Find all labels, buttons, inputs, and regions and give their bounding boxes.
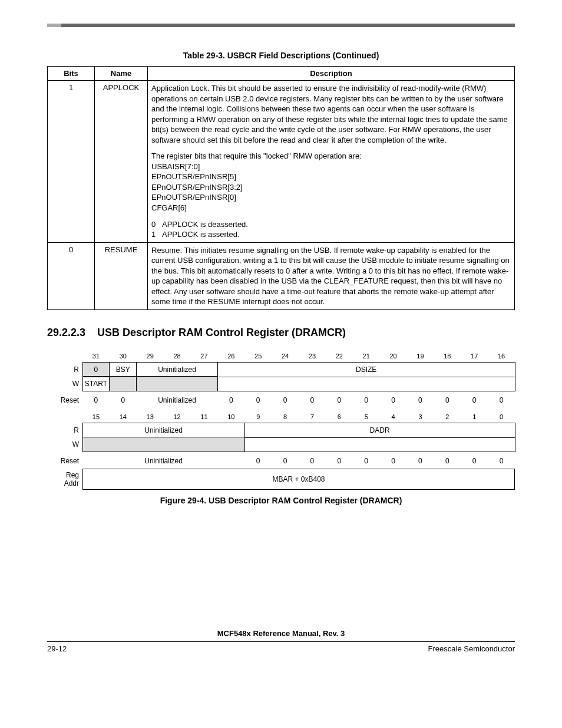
desc-line: CFGAR[6] [151, 203, 511, 213]
cell-name: RESUME [95, 242, 148, 309]
field-cell [136, 376, 218, 391]
page-number: 29-12 [47, 644, 67, 653]
desc-line: EPnOUTSR/EPnINSR[3:2] [151, 182, 511, 193]
bitnum: 13 [137, 410, 164, 423]
desc-para: Resume. This initiates resume signalling… [151, 245, 511, 307]
bitnum: 31 [82, 350, 110, 363]
w-row-lo: W [47, 437, 515, 452]
bitnum: 14 [110, 410, 137, 423]
cell-name: APPLOCK [95, 81, 148, 243]
r-row-hi: R 0 BSY Uninitialized DSIZE [47, 363, 515, 377]
col-desc: Description [148, 67, 515, 81]
desc-para: The register bits that require this "loc… [151, 151, 511, 162]
bitnum: 0 [488, 410, 515, 423]
bitnum: 20 [380, 350, 407, 363]
footer-title: MCF548x Reference Manual, Rev. 3 [47, 629, 515, 638]
bitnum: 23 [299, 350, 326, 363]
desc-line: EPnOUTSR/EPnINSR[5] [151, 172, 511, 182]
reset-val: 0 [380, 394, 407, 407]
bitnum: 3 [407, 410, 434, 423]
field-cell [109, 376, 137, 391]
reset-val: 0 [299, 394, 326, 407]
cell-desc: Resume. This initiates resume signalling… [148, 242, 515, 309]
bitnum: 29 [137, 350, 164, 363]
reset-val: 0 [326, 454, 353, 467]
bit-numbers-hi: 31 30 29 28 27 26 25 24 23 22 21 20 19 1… [47, 350, 515, 363]
reset-val: 0 [353, 454, 380, 467]
bitnum: 1 [461, 410, 488, 423]
field-descriptions-table: Bits Name Description 1 APPLOCK Applicat… [47, 66, 515, 310]
reset-val: 0 [217, 394, 244, 407]
bitnum: 7 [299, 410, 326, 423]
register-diagram: 31 30 29 28 27 26 25 24 23 22 21 20 19 1… [47, 350, 515, 505]
cell-bits: 1 [48, 81, 95, 243]
reset-val: 0 [434, 454, 461, 467]
reset-row-hi: Reset 0 0 Uninitialized 0 0 0 0 0 0 0 0 … [47, 394, 515, 407]
reset-val: 0 [272, 394, 299, 407]
reset-val: 0 [488, 394, 515, 407]
footer-line: 29-12 Freescale Semiconductor [47, 642, 515, 653]
field-cell [82, 437, 245, 452]
bitnum: 30 [110, 350, 137, 363]
bitnum: 21 [353, 350, 380, 363]
reset-val: 0 [434, 394, 461, 407]
reset-val: 0 [461, 394, 488, 407]
table-header-row: Bits Name Description [48, 67, 515, 81]
bitnum: 4 [380, 410, 407, 423]
row-label-regaddr: Reg Addr [47, 469, 82, 490]
footer-company: Freescale Semiconductor [428, 644, 515, 653]
enum-key: 1 [151, 229, 162, 240]
bitnum: 19 [407, 350, 434, 363]
field-cell: Uninitialized [82, 423, 245, 438]
bitnum: 2 [434, 410, 461, 423]
row-label-reset: Reset [47, 454, 82, 467]
field-cell: START [82, 376, 110, 391]
reset-val: 0 [272, 454, 299, 467]
bitnum: 17 [461, 350, 488, 363]
reset-val: 0 [82, 394, 110, 407]
reset-val: 0 [488, 454, 515, 467]
enum-row: 1 APPLOCK is asserted. [151, 229, 511, 240]
bitnum: 8 [272, 410, 299, 423]
bitnum: 27 [191, 350, 218, 363]
row-label-reset: Reset [47, 394, 82, 407]
reg-addr-cell: MBAR + 0xB408 [82, 469, 515, 490]
bitnum: 25 [244, 350, 272, 363]
enum-val: APPLOCK is asserted. [162, 229, 240, 240]
section-heading: 29.2.2.3 USB Descriptor RAM Control Regi… [47, 327, 515, 339]
reset-val: 0 [244, 454, 272, 467]
r-row-lo: R Uninitialized DADR [47, 423, 515, 438]
reset-val: 0 [110, 394, 137, 407]
cell-bits: 0 [48, 242, 95, 309]
enum-row: 0 APPLOCK is deasserted. [151, 219, 511, 230]
reset-val: 0 [407, 454, 434, 467]
reset-val: 0 [244, 394, 272, 407]
reset-val: 0 [299, 454, 326, 467]
row-label-r: R [47, 363, 82, 377]
reset-val: 0 [353, 394, 380, 407]
enum-val: APPLOCK is deasserted. [162, 219, 248, 230]
bitnum: 11 [191, 410, 218, 423]
bitnum: 12 [164, 410, 191, 423]
desc-line: EPnOUTSR/EPnINSR[0] [151, 192, 511, 203]
bitnum: 9 [244, 410, 272, 423]
enum-key: 0 [151, 219, 162, 230]
section-title: USB Descriptor RAM Control Register (DRA… [97, 327, 346, 338]
bitnum: 26 [217, 350, 244, 363]
reg-addr-row: Reg Addr MBAR + 0xB408 [47, 469, 515, 490]
field-cell-ext [244, 437, 515, 452]
bitnum: 16 [488, 350, 515, 363]
table-row: 1 APPLOCK Application Lock. This bit sho… [48, 81, 515, 243]
reset-val: 0 [326, 394, 353, 407]
table-title: Table 29-3. USBCR Field Descriptions (Co… [47, 51, 515, 60]
col-name: Name [95, 67, 148, 81]
row-label-w: W [47, 377, 82, 391]
bitnum: 5 [353, 410, 380, 423]
desc-para: Application Lock. This bit should be ass… [151, 83, 511, 145]
bitnum: 18 [434, 350, 461, 363]
reset-val: 0 [407, 394, 434, 407]
section-number: 29.2.2.3 [47, 327, 85, 338]
col-bits: Bits [48, 67, 95, 81]
field-cell: 0 [82, 362, 110, 377]
bitnum: 22 [326, 350, 353, 363]
